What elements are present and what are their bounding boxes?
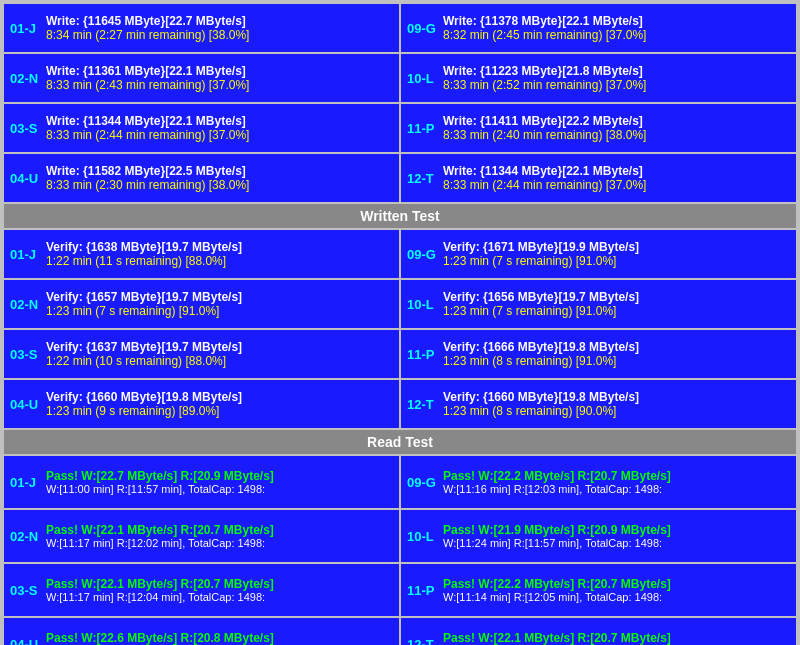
grid-cell: 01-JVerify: {1638 MByte}[19.7 MByte/s]1:…: [4, 230, 399, 278]
cell-content: Verify: {1671 MByte}[19.9 MByte/s]1:23 m…: [443, 240, 790, 268]
cell-line1: Write: {11378 MByte}[22.1 MByte/s]: [443, 14, 790, 28]
cell-line1: Write: {11344 MByte}[22.1 MByte/s]: [443, 164, 790, 178]
cell-line1: Write: {11361 MByte}[22.1 MByte/s]: [46, 64, 393, 78]
cell-line1: Verify: {1638 MByte}[19.7 MByte/s]: [46, 240, 393, 254]
grid-cell: 10-LWrite: {11223 MByte}[21.8 MByte/s]8:…: [401, 54, 796, 102]
cell-line2: W:[11:17 min] R:[12:04 min], TotalCap: 1…: [46, 591, 393, 603]
verify-section: 01-JVerify: {1638 MByte}[19.7 MByte/s]1:…: [4, 230, 796, 454]
grid-cell: 02-NWrite: {11361 MByte}[22.1 MByte/s]8:…: [4, 54, 399, 102]
cell-line1: Verify: {1666 MByte}[19.8 MByte/s]: [443, 340, 790, 354]
cell-content: Pass! W:[22.6 MByte/s] R:[20.8 MByte/s]W…: [46, 631, 393, 645]
cell-content: Verify: {1656 MByte}[19.7 MByte/s]1:23 m…: [443, 290, 790, 318]
cell-line1: Write: {11344 MByte}[22.1 MByte/s]: [46, 114, 393, 128]
cell-label: 02-N: [10, 297, 42, 312]
cell-content: Pass! W:[22.2 MByte/s] R:[20.7 MByte/s]W…: [443, 577, 790, 603]
cell-content: Pass! W:[22.2 MByte/s] R:[20.7 MByte/s]W…: [443, 469, 790, 495]
cell-line2: 1:23 min (8 s remaining) [91.0%]: [443, 354, 790, 368]
cell-label: 09-G: [407, 21, 439, 36]
grid-cell: 02-NVerify: {1657 MByte}[19.7 MByte/s]1:…: [4, 280, 399, 328]
cell-label: 09-G: [407, 475, 439, 490]
grid-cell: 09-GWrite: {11378 MByte}[22.1 MByte/s]8:…: [401, 4, 796, 52]
cell-label: 09-G: [407, 247, 439, 262]
cell-line2: 1:23 min (7 s remaining) [91.0%]: [443, 304, 790, 318]
cell-line2: W:[11:16 min] R:[12:03 min], TotalCap: 1…: [443, 483, 790, 495]
cell-label: 04-U: [10, 397, 42, 412]
cell-line1: Pass! W:[22.2 MByte/s] R:[20.7 MByte/s]: [443, 577, 790, 591]
grid-cell: 09-GVerify: {1671 MByte}[19.9 MByte/s]1:…: [401, 230, 796, 278]
cell-label: 02-N: [10, 71, 42, 86]
cell-line1: Pass! W:[22.7 MByte/s] R:[20.9 MByte/s]: [46, 469, 393, 483]
cell-line1: Write: {11645 MByte}[22.7 MByte/s]: [46, 14, 393, 28]
cell-line2: 8:34 min (2:27 min remaining) [38.0%]: [46, 28, 393, 42]
cell-line1: Pass! W:[22.1 MByte/s] R:[20.7 MByte/s]: [443, 631, 790, 645]
cell-content: Write: {11361 MByte}[22.1 MByte/s]8:33 m…: [46, 64, 393, 92]
cell-label: 03-S: [10, 347, 42, 362]
cell-label: 02-N: [10, 529, 42, 544]
write-section: 01-JWrite: {11645 MByte}[22.7 MByte/s]8:…: [4, 4, 796, 228]
grid-cell: 11-PPass! W:[22.2 MByte/s] R:[20.7 MByte…: [401, 564, 796, 616]
cell-line1: Pass! W:[22.6 MByte/s] R:[20.8 MByte/s]: [46, 631, 393, 645]
cell-line2: 8:33 min (2:44 min remaining) [37.0%]: [443, 178, 790, 192]
grid-cell: 09-GPass! W:[22.2 MByte/s] R:[20.7 MByte…: [401, 456, 796, 508]
cell-line2: 1:23 min (9 s remaining) [89.0%]: [46, 404, 393, 418]
grid-cell: 03-SWrite: {11344 MByte}[22.1 MByte/s]8:…: [4, 104, 399, 152]
cell-line2: 1:23 min (7 s remaining) [91.0%]: [443, 254, 790, 268]
verify-grid: 01-JVerify: {1638 MByte}[19.7 MByte/s]1:…: [4, 230, 796, 428]
cell-label: 12-T: [407, 637, 439, 646]
cell-line1: Verify: {1657 MByte}[19.7 MByte/s]: [46, 290, 393, 304]
cell-line1: Pass! W:[22.1 MByte/s] R:[20.7 MByte/s]: [46, 523, 393, 537]
cell-label: 10-L: [407, 71, 439, 86]
grid-cell: 12-TPass! W:[22.1 MByte/s] R:[20.7 MByte…: [401, 618, 796, 645]
cell-line1: Pass! W:[22.1 MByte/s] R:[20.7 MByte/s]: [46, 577, 393, 591]
cell-content: Write: {11344 MByte}[22.1 MByte/s]8:33 m…: [443, 164, 790, 192]
cell-label: 11-P: [407, 583, 439, 598]
grid-cell: 11-PVerify: {1666 MByte}[19.8 MByte/s]1:…: [401, 330, 796, 378]
cell-label: 01-J: [10, 475, 42, 490]
grid-cell: 04-UWrite: {11582 MByte}[22.5 MByte/s]8:…: [4, 154, 399, 202]
grid-cell: 04-UPass! W:[22.6 MByte/s] R:[20.8 MByte…: [4, 618, 399, 645]
grid-cell: 03-SVerify: {1637 MByte}[19.7 MByte/s]1:…: [4, 330, 399, 378]
cell-content: Write: {11411 MByte}[22.2 MByte/s]8:33 m…: [443, 114, 790, 142]
cell-line2: W:[11:00 min] R:[11:57 min], TotalCap: 1…: [46, 483, 393, 495]
cell-line1: Write: {11411 MByte}[22.2 MByte/s]: [443, 114, 790, 128]
cell-line2: 1:22 min (10 s remaining) [88.0%]: [46, 354, 393, 368]
cell-label: 04-U: [10, 171, 42, 186]
cell-content: Verify: {1660 MByte}[19.8 MByte/s]1:23 m…: [443, 390, 790, 418]
write-grid: 01-JWrite: {11645 MByte}[22.7 MByte/s]8:…: [4, 4, 796, 202]
cell-line1: Write: {11223 MByte}[21.8 MByte/s]: [443, 64, 790, 78]
cell-line1: Pass! W:[22.2 MByte/s] R:[20.7 MByte/s]: [443, 469, 790, 483]
grid-cell: 12-TWrite: {11344 MByte}[22.1 MByte/s]8:…: [401, 154, 796, 202]
cell-content: Write: {11582 MByte}[22.5 MByte/s]8:33 m…: [46, 164, 393, 192]
cell-line2: W:[11:14 min] R:[12:05 min], TotalCap: 1…: [443, 591, 790, 603]
cell-label: 01-J: [10, 21, 42, 36]
grid-cell: 12-TVerify: {1660 MByte}[19.8 MByte/s]1:…: [401, 380, 796, 428]
read-test-header: Read Test: [4, 430, 796, 454]
cell-line2: W:[11:24 min] R:[11:57 min], TotalCap: 1…: [443, 537, 790, 549]
cell-content: Pass! W:[21.9 MByte/s] R:[20.9 MByte/s]W…: [443, 523, 790, 549]
cell-line2: 8:33 min (2:52 min remaining) [37.0%]: [443, 78, 790, 92]
grid-cell: 03-SPass! W:[22.1 MByte/s] R:[20.7 MByte…: [4, 564, 399, 616]
cell-content: Verify: {1638 MByte}[19.7 MByte/s]1:22 m…: [46, 240, 393, 268]
cell-line2: 8:33 min (2:40 min remaining) [38.0%]: [443, 128, 790, 142]
cell-label: 10-L: [407, 297, 439, 312]
cell-content: Verify: {1666 MByte}[19.8 MByte/s]1:23 m…: [443, 340, 790, 368]
cell-line1: Verify: {1656 MByte}[19.7 MByte/s]: [443, 290, 790, 304]
cell-content: Write: {11645 MByte}[22.7 MByte/s]8:34 m…: [46, 14, 393, 42]
cell-line1: Verify: {1671 MByte}[19.9 MByte/s]: [443, 240, 790, 254]
cell-line2: 8:33 min (2:30 min remaining) [38.0%]: [46, 178, 393, 192]
cell-line1: Verify: {1660 MByte}[19.8 MByte/s]: [46, 390, 393, 404]
cell-line2: 1:22 min (11 s remaining) [88.0%]: [46, 254, 393, 268]
written-test-header: Written Test: [4, 204, 796, 228]
cell-content: Pass! W:[22.7 MByte/s] R:[20.9 MByte/s]W…: [46, 469, 393, 495]
cell-label: 04-U: [10, 637, 42, 646]
read-grid: 01-JPass! W:[22.7 MByte/s] R:[20.9 MByte…: [4, 456, 796, 645]
cell-content: Pass! W:[22.1 MByte/s] R:[20.7 MByte/s]W…: [46, 523, 393, 549]
cell-line1: Pass! W:[21.9 MByte/s] R:[20.9 MByte/s]: [443, 523, 790, 537]
cell-label: 03-S: [10, 583, 42, 598]
cell-label: 10-L: [407, 529, 439, 544]
grid-cell: 01-JPass! W:[22.7 MByte/s] R:[20.9 MByte…: [4, 456, 399, 508]
cell-label: 03-S: [10, 121, 42, 136]
cell-line2: 1:23 min (8 s remaining) [90.0%]: [443, 404, 790, 418]
cell-content: Pass! W:[22.1 MByte/s] R:[20.7 MByte/s]W…: [46, 577, 393, 603]
cell-content: Write: {11223 MByte}[21.8 MByte/s]8:33 m…: [443, 64, 790, 92]
